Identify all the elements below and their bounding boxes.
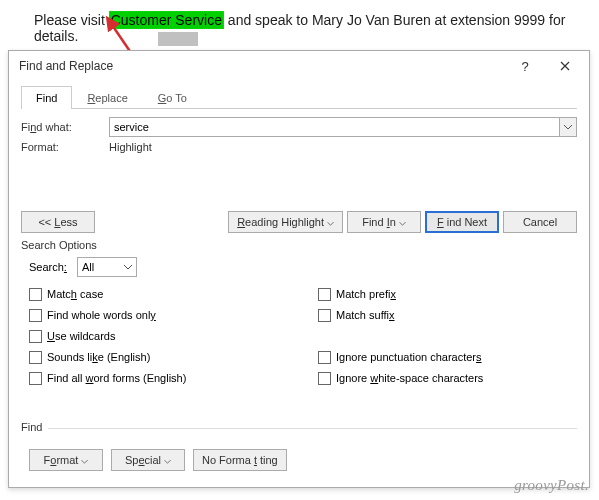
whole-words-label: Find whole words only xyxy=(47,309,156,321)
find-what-combo xyxy=(109,117,577,137)
match-suffix-option: Match suffix xyxy=(318,306,577,324)
find-what-label: Find what: xyxy=(21,121,109,133)
all-forms-option: Find all word forms (English) xyxy=(29,369,288,387)
document-text: Please visit Customer Service and speak … xyxy=(34,12,599,44)
options-grid: Match case Find whole words only Use wil… xyxy=(21,285,577,390)
dialog-title: Find and Replace xyxy=(19,59,505,73)
ignore-white-checkbox[interactable] xyxy=(318,372,331,385)
search-direction-label: Search: xyxy=(29,261,77,273)
ignore-punct-label: Ignore punctuation characters xyxy=(336,351,482,363)
match-case-checkbox[interactable] xyxy=(29,288,42,301)
match-case-label: Match case xyxy=(47,288,103,300)
main-button-row: << Less Reading Highlight Find In Find N… xyxy=(21,211,577,233)
attribution: groovyPost. xyxy=(514,477,589,494)
chevron-down-icon xyxy=(81,460,88,464)
help-button[interactable]: ? xyxy=(505,52,545,80)
reading-highlight-button[interactable]: Reading Highlight xyxy=(228,211,343,233)
format-label: Format: xyxy=(21,141,109,153)
format-button[interactable]: Format xyxy=(29,449,103,471)
chevron-down-icon xyxy=(564,125,572,130)
find-section-buttons: Format Special No Formatting xyxy=(29,449,577,471)
match-suffix-checkbox[interactable] xyxy=(318,309,331,322)
wildcards-option: Use wildcards xyxy=(29,327,288,345)
find-section-title: Find xyxy=(21,421,48,433)
find-section: Find Format Special No Formatting xyxy=(21,428,577,471)
match-suffix-label: Match suffix xyxy=(336,309,395,321)
find-next-button[interactable]: Find Next xyxy=(425,211,499,233)
find-what-dropdown[interactable] xyxy=(559,117,577,137)
chevron-down-icon xyxy=(327,222,334,226)
find-what-row: Find what: xyxy=(21,117,577,137)
no-formatting-button[interactable]: No Formatting xyxy=(193,449,287,471)
all-forms-checkbox[interactable] xyxy=(29,372,42,385)
doc-highlighted: Customer Service xyxy=(109,11,224,29)
whole-words-option: Find whole words only xyxy=(29,306,288,324)
less-button[interactable]: << Less xyxy=(21,211,95,233)
wildcards-label: Use wildcards xyxy=(47,330,115,342)
close-button[interactable] xyxy=(545,52,585,80)
ignore-punct-option: Ignore punctuation characters xyxy=(318,348,577,366)
sounds-like-label: Sounds like (English) xyxy=(47,351,150,363)
find-in-button[interactable]: Find In xyxy=(347,211,421,233)
format-row: Format: Highlight xyxy=(21,141,577,153)
dialog-titlebar: Find and Replace ? xyxy=(9,51,589,81)
special-button[interactable]: Special xyxy=(111,449,185,471)
search-direction-select[interactable]: All xyxy=(77,257,137,277)
tab-replace[interactable]: Replace xyxy=(72,86,142,109)
tab-find[interactable]: Find xyxy=(21,86,72,109)
search-options-title: Search Options xyxy=(21,239,577,251)
doc-before: Please visit xyxy=(34,12,105,28)
all-forms-label: Find all word forms (English) xyxy=(47,372,186,384)
find-what-input[interactable] xyxy=(109,117,559,137)
tab-goto[interactable]: Go To xyxy=(143,86,202,109)
chevron-down-icon xyxy=(124,265,132,270)
spacer-row xyxy=(318,327,577,345)
search-direction-row: Search: All xyxy=(29,257,577,277)
match-prefix-option: Match prefix xyxy=(318,285,577,303)
chevron-down-icon xyxy=(164,460,171,464)
match-prefix-checkbox[interactable] xyxy=(318,288,331,301)
search-direction-value: All xyxy=(82,261,120,273)
match-prefix-label: Match prefix xyxy=(336,288,396,300)
ignore-white-option: Ignore white-space characters xyxy=(318,369,577,387)
chevron-down-icon xyxy=(399,222,406,226)
find-replace-dialog: Find and Replace ? Find Replace Go To Fi… xyxy=(8,50,590,488)
whole-words-checkbox[interactable] xyxy=(29,309,42,322)
selection-indicator xyxy=(158,32,198,46)
match-case-option: Match case xyxy=(29,285,288,303)
ignore-punct-checkbox[interactable] xyxy=(318,351,331,364)
ignore-white-label: Ignore white-space characters xyxy=(336,372,483,384)
sounds-like-option: Sounds like (English) xyxy=(29,348,288,366)
close-icon xyxy=(560,61,570,71)
cancel-button[interactable]: Cancel xyxy=(503,211,577,233)
wildcards-checkbox[interactable] xyxy=(29,330,42,343)
format-value: Highlight xyxy=(109,141,152,153)
sounds-like-checkbox[interactable] xyxy=(29,351,42,364)
tab-strip: Find Replace Go To xyxy=(21,85,577,109)
